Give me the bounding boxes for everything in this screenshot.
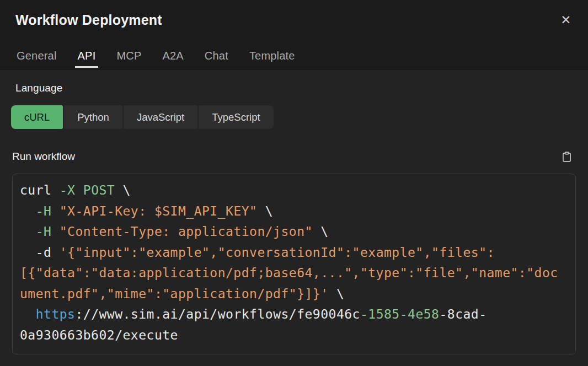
code-line: 0a930663b602/execute xyxy=(20,325,571,346)
code-line: -d '{"input":"example","conversationId":… xyxy=(20,243,571,263)
tab-api[interactable]: API xyxy=(75,50,99,68)
code-line: -H "Content-Type: application/json" \ xyxy=(20,222,571,243)
copy-button[interactable] xyxy=(559,149,574,164)
language-option-python[interactable]: Python xyxy=(64,105,122,129)
tab-bar: GeneralAPIMCPA2AChatTemplate xyxy=(0,50,588,68)
run-workflow-label: Run workflow xyxy=(12,150,75,163)
tab-template[interactable]: Template xyxy=(247,50,298,68)
language-option-typescript[interactable]: TypeScript xyxy=(199,105,273,129)
language-option-javascript[interactable]: JavaScript xyxy=(124,105,197,129)
code-line: ument.pdf","mime":"application/pdf"}]}' … xyxy=(20,284,571,305)
language-option-curl[interactable]: cURL xyxy=(11,105,63,129)
language-segments: cURLPythonJavaScriptTypeScript xyxy=(11,105,588,129)
close-button[interactable]: ✕ xyxy=(557,11,575,29)
run-workflow-row: Run workflow xyxy=(12,149,574,164)
clipboard-icon xyxy=(561,151,573,163)
tab-general[interactable]: General xyxy=(14,50,60,68)
code-line: curl -X POST \ xyxy=(20,180,571,201)
tab-chat[interactable]: Chat xyxy=(202,50,231,68)
close-icon: ✕ xyxy=(560,14,571,26)
tab-mcp[interactable]: MCP xyxy=(114,50,144,68)
code-line: -H "X-API-Key: $SIM_API_KEY" \ xyxy=(20,201,571,222)
code-line: [{"data":"data:application/pdf;base64,..… xyxy=(20,263,571,284)
dialog-body: Language cURLPythonJavaScriptTypeScript … xyxy=(0,70,588,366)
workflow-deployment-dialog: Workflow Deployment ✕ GeneralAPIMCPA2ACh… xyxy=(0,0,588,366)
tab-a2a[interactable]: A2A xyxy=(159,50,186,68)
dialog-title: Workflow Deployment xyxy=(15,12,162,28)
dialog-header: Workflow Deployment ✕ GeneralAPIMCPA2ACh… xyxy=(0,0,588,70)
code-block: curl -X POST \ -H "X-API-Key: $SIM_API_K… xyxy=(12,174,576,354)
code-line: https://www.sim.ai/api/workflows/fe90046… xyxy=(20,304,571,325)
language-label: Language xyxy=(15,82,588,94)
